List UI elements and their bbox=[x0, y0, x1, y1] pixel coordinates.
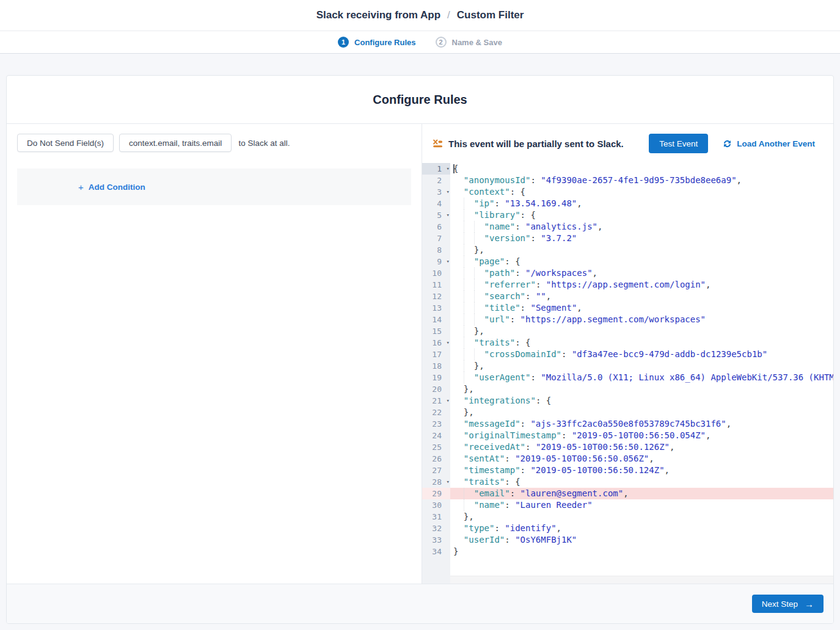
plus-icon: + bbox=[78, 182, 84, 192]
code-line[interactable]: 31 }, bbox=[422, 511, 833, 523]
code-line[interactable]: 14 "url": "https://app.segment.com/works… bbox=[422, 314, 833, 325]
step-configure-rules[interactable]: 1 Configure Rules bbox=[338, 37, 415, 48]
code-line[interactable]: 21▾ "integrations": { bbox=[422, 395, 833, 407]
step-name-and-save[interactable]: 2 Name & Save bbox=[436, 37, 502, 48]
code-line[interactable]: 18 }, bbox=[422, 360, 833, 372]
line-number[interactable]: 21▾ bbox=[422, 395, 450, 407]
code-line[interactable]: 29 "email": "lauren@segment.com", bbox=[422, 488, 833, 499]
indent-guide bbox=[464, 209, 464, 221]
add-condition-button[interactable]: + Add Condition bbox=[78, 182, 145, 192]
code-line[interactable]: 22 }, bbox=[422, 407, 833, 418]
fold-arrow-icon[interactable]: ▾ bbox=[447, 164, 450, 174]
code-line[interactable]: 15 }, bbox=[422, 325, 833, 337]
line-number[interactable]: 34 bbox=[422, 546, 450, 557]
line-number[interactable]: 33 bbox=[422, 534, 450, 546]
test-event-button[interactable]: Test Event bbox=[649, 134, 708, 153]
line-number[interactable]: 11 bbox=[422, 279, 450, 291]
code-line[interactable]: 27 "timestamp": "2019-05-10T00:56:50.124… bbox=[422, 465, 833, 476]
code-line[interactable]: 30 "name": "Lauren Reeder" bbox=[422, 499, 833, 511]
line-number[interactable]: 6 bbox=[422, 221, 450, 233]
line-number[interactable]: 14 bbox=[422, 314, 450, 325]
steps-bar: 1 Configure Rules 2 Name & Save bbox=[0, 31, 840, 54]
code-line[interactable]: 9▾ "page": { bbox=[422, 256, 833, 267]
line-number[interactable]: 30 bbox=[422, 499, 450, 511]
fold-arrow-icon[interactable]: ▾ bbox=[447, 210, 450, 220]
arrow-right-icon: → bbox=[805, 599, 814, 609]
code-line[interactable]: 1▾{ bbox=[422, 163, 833, 175]
line-number[interactable]: 9▾ bbox=[422, 256, 450, 267]
line-number[interactable]: 27 bbox=[422, 465, 450, 476]
line-number[interactable]: 13 bbox=[422, 302, 450, 314]
code-line[interactable]: 8 }, bbox=[422, 244, 833, 256]
code-line[interactable]: 6 "name": "analytics.js", bbox=[422, 221, 833, 233]
code-line-content: "page": { bbox=[450, 256, 833, 267]
filter-type-button[interactable]: Do Not Send Field(s) bbox=[17, 134, 114, 152]
indent-guide bbox=[464, 337, 464, 349]
code-line[interactable]: 28▾ "traits": { bbox=[422, 476, 833, 488]
step-1-label: Configure Rules bbox=[354, 38, 415, 47]
line-number[interactable]: 24 bbox=[422, 430, 450, 441]
line-number[interactable]: 23 bbox=[422, 418, 450, 430]
code-line[interactable]: 13 "title": "Segment", bbox=[422, 302, 833, 314]
code-line[interactable]: 24 "originalTimestamp": "2019-05-10T00:5… bbox=[422, 430, 833, 441]
code-line[interactable]: 11 "referrer": "https://app.segment.com/… bbox=[422, 279, 833, 291]
line-number[interactable]: 20 bbox=[422, 383, 450, 395]
code-line[interactable]: 2 "anonymousId": "4f9390ae-2657-4fe1-9d9… bbox=[422, 175, 833, 186]
code-line-content: }, bbox=[450, 325, 833, 337]
line-number[interactable]: 22 bbox=[422, 407, 450, 418]
fold-arrow-icon[interactable]: ▾ bbox=[447, 396, 450, 406]
line-number[interactable]: 2 bbox=[422, 175, 450, 186]
fold-arrow-icon[interactable]: ▾ bbox=[447, 477, 450, 487]
fold-arrow-icon[interactable]: ▾ bbox=[447, 187, 450, 197]
code-line-content: { bbox=[450, 163, 833, 175]
line-number[interactable]: 26 bbox=[422, 453, 450, 465]
indent-guide bbox=[464, 488, 464, 499]
code-line[interactable]: 7 "version": "3.7.2" bbox=[422, 233, 833, 244]
horizontal-scrollbar[interactable] bbox=[450, 576, 833, 584]
line-number[interactable]: 3▾ bbox=[422, 186, 450, 198]
line-number[interactable]: 8 bbox=[422, 244, 450, 256]
breadcrumb-destination[interactable]: Slack receiving from App bbox=[316, 9, 440, 21]
line-number[interactable]: 16▾ bbox=[422, 337, 450, 349]
code-line[interactable]: 4 "ip": "13.54.169.48", bbox=[422, 198, 833, 209]
code-line[interactable]: 32 "type": "identify", bbox=[422, 523, 833, 534]
code-line[interactable]: 17 "crossDomainId": "df3a47ee-bcc9-479d-… bbox=[422, 349, 833, 360]
code-line[interactable]: 34} bbox=[422, 546, 833, 557]
line-number[interactable]: 29 bbox=[422, 488, 450, 499]
code-line[interactable]: 12 "search": "", bbox=[422, 291, 833, 302]
add-condition-label: Add Condition bbox=[89, 183, 145, 192]
line-number[interactable]: 4 bbox=[422, 198, 450, 209]
step-2-badge: 2 bbox=[436, 37, 447, 48]
code-line[interactable]: 33 "userId": "OsY6MFBj1K" bbox=[422, 534, 833, 546]
code-line-content: "email": "lauren@segment.com", bbox=[450, 488, 833, 499]
line-number[interactable]: 18 bbox=[422, 360, 450, 372]
line-number[interactable]: 28▾ bbox=[422, 476, 450, 488]
load-another-event-button[interactable]: Load Another Event bbox=[723, 139, 815, 148]
line-number[interactable]: 1▾ bbox=[422, 163, 450, 175]
line-number[interactable]: 5▾ bbox=[422, 209, 450, 221]
line-number[interactable]: 12 bbox=[422, 291, 450, 302]
line-number[interactable]: 31 bbox=[422, 511, 450, 523]
line-number[interactable]: 17 bbox=[422, 349, 450, 360]
code-line[interactable]: 5▾ "library": { bbox=[422, 209, 833, 221]
code-line[interactable]: 20 }, bbox=[422, 383, 833, 395]
json-event-editor[interactable]: 1▾{2 "anonymousId": "4f9390ae-2657-4fe1-… bbox=[422, 163, 833, 584]
code-line[interactable]: 16▾ "traits": { bbox=[422, 337, 833, 349]
line-number[interactable]: 32 bbox=[422, 523, 450, 534]
line-number[interactable]: 15 bbox=[422, 325, 450, 337]
code-line[interactable]: 23 "messageId": "ajs-33ffc2ac0a550e8f053… bbox=[422, 418, 833, 430]
fold-arrow-icon[interactable]: ▾ bbox=[447, 256, 450, 267]
line-number[interactable]: 25 bbox=[422, 441, 450, 453]
line-number[interactable]: 19 bbox=[422, 372, 450, 383]
code-line[interactable]: 19 "userAgent": "Mozilla/5.0 (X11; Linux… bbox=[422, 372, 833, 383]
line-number[interactable]: 10 bbox=[422, 267, 450, 279]
configure-rules-card: Configure Rules Do Not Send Field(s) con… bbox=[6, 75, 834, 624]
code-line[interactable]: 10 "path": "/workspaces", bbox=[422, 267, 833, 279]
code-line[interactable]: 25 "receivedAt": "2019-05-10T00:56:50.12… bbox=[422, 441, 833, 453]
line-number[interactable]: 7 bbox=[422, 233, 450, 244]
code-line[interactable]: 3▾ "context": { bbox=[422, 186, 833, 198]
next-step-button[interactable]: Next Step → bbox=[752, 595, 824, 613]
code-line[interactable]: 26 "sentAt": "2019-05-10T00:56:50.056Z", bbox=[422, 453, 833, 465]
fold-arrow-icon[interactable]: ▾ bbox=[447, 338, 450, 348]
filter-fields-button[interactable]: context.email, traits.email bbox=[119, 134, 232, 152]
